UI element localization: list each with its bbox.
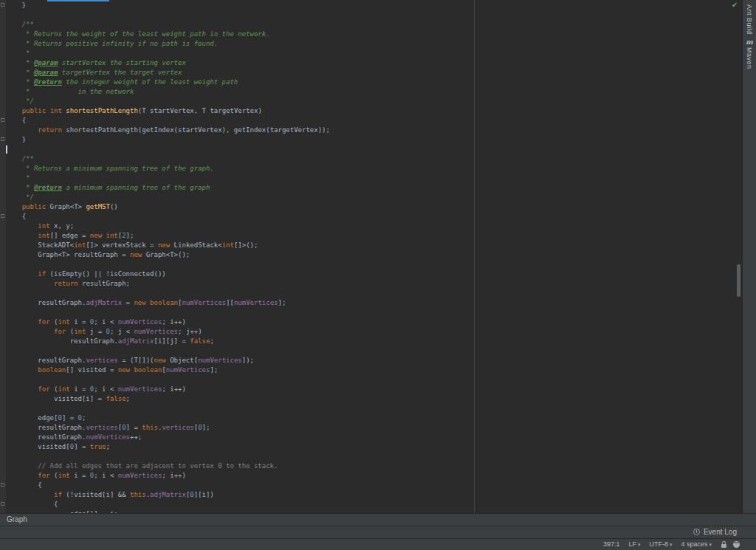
event-log-icon — [693, 529, 700, 535]
code-line[interactable] — [6, 260, 330, 269]
code-line[interactable]: * Returns the weight of the least weight… — [6, 30, 330, 39]
code-line[interactable]: boolean[] visited = new boolean[numVerti… — [6, 365, 330, 375]
code-line[interactable]: * @param targetVertex the target vertex — [6, 68, 330, 78]
code-line[interactable]: for (int i = 0; i < numVertices; i++) — [6, 385, 330, 394]
right-margin-guide — [474, 0, 475, 513]
code-line[interactable] — [6, 375, 330, 385]
code-line[interactable]: for (int i = 0; i < numVertices; i++) — [6, 317, 330, 327]
vertical-scrollbar-thumb[interactable] — [737, 264, 740, 297]
event-log-label: Event Log — [704, 528, 737, 536]
chevron-down-icon: ▾ — [709, 542, 712, 547]
code-line[interactable] — [6, 10, 330, 20]
code-line[interactable]: * Returns positive infinity if no path i… — [6, 39, 330, 49]
line-ending-label: LF — [628, 540, 636, 548]
code-line[interactable]: Graph<T> resultGraph = new Graph<T>(); — [6, 250, 330, 260]
tool-window-button-maven[interactable]: m Maven — [743, 38, 756, 69]
code-line[interactable]: StackADT<int[]> vertexStack = new Linked… — [6, 241, 330, 250]
code-line[interactable]: } — [6, 1, 330, 10]
code-line[interactable] — [6, 452, 330, 461]
code-line[interactable]: * Returns a minimum spanning tree of the… — [6, 164, 330, 173]
code-line[interactable]: resultGraph.adjMatrix[i][j] = false; — [6, 337, 330, 346]
code-line[interactable]: } — [6, 135, 330, 145]
fold-marker-icon[interactable] — [1, 118, 4, 122]
code-line[interactable]: /** — [6, 20, 330, 30]
code-line[interactable]: int[] edge = new int[2]; — [6, 231, 330, 241]
code-line[interactable]: return shortestPathLength(getIndex(start… — [6, 126, 330, 135]
inspection-status-icon[interactable]: ✔ — [732, 1, 738, 9]
lock-icon[interactable] — [721, 541, 727, 549]
code-line[interactable]: public Graph<T> getMST() — [6, 202, 330, 212]
code-line[interactable]: if (!visited[i] && this.adjMatrix[0][i]) — [6, 490, 330, 500]
fold-marker-icon[interactable] — [1, 483, 4, 487]
code-line[interactable]: if (isEmpty() || !isConnected()) — [6, 269, 330, 279]
code-line[interactable]: * @return the integer weight of the leas… — [6, 78, 330, 87]
code-editor[interactable]: } /** * Returns the weight of the least … — [0, 0, 742, 513]
status-bar: 397:1 LF▾ UTF-8▾ 4 spaces▾ — [0, 538, 756, 550]
code-line[interactable]: * in the network — [6, 87, 330, 97]
code-line[interactable]: edge[1] = i; — [6, 509, 330, 513]
code-line[interactable]: * @return a minimum spanning tree of the… — [6, 183, 330, 193]
chevron-down-icon: ▾ — [670, 542, 673, 547]
code-line[interactable]: edge[0] = 0; — [6, 413, 330, 423]
code-line[interactable]: resultGraph.numVertices++; — [6, 433, 330, 442]
caret-position-widget[interactable]: 397:1 — [603, 539, 620, 550]
encoding-label: UTF-8 — [649, 540, 668, 548]
chevron-down-icon: ▾ — [638, 542, 641, 547]
code-line[interactable]: visited[0] = true; — [6, 442, 330, 452]
code-line[interactable]: * — [6, 49, 330, 58]
code-line[interactable]: public int shortestPathLength(T startVer… — [6, 106, 330, 116]
code-line[interactable]: for (int j = 0; j < numVertices; j++) — [6, 327, 330, 337]
event-log-bar: Event Log — [0, 526, 756, 538]
code-line[interactable]: { — [6, 500, 330, 509]
event-log-button[interactable]: Event Log — [693, 528, 737, 536]
code-line[interactable] — [6, 346, 330, 356]
code-line[interactable] — [6, 145, 330, 154]
encoding-widget[interactable]: UTF-8▾ — [649, 539, 672, 550]
ant-build-label: Ant Build — [746, 4, 753, 35]
active-tab-underline — [47, 0, 109, 1]
tool-window-button-ant-build[interactable]: Ant Build — [743, 4, 756, 35]
tool-window-button-graph[interactable]: Graph — [7, 515, 27, 523]
code-line[interactable]: * @param startVertex the starting vertex — [6, 58, 330, 68]
right-tool-window-stripe: Ant Build m Maven — [742, 0, 756, 513]
code-line[interactable]: * — [6, 173, 330, 183]
text-caret — [6, 145, 7, 154]
code-line[interactable]: for (int i = 0; i < numVertices; i++) — [6, 471, 330, 481]
code-line[interactable]: { — [6, 116, 330, 126]
code-line[interactable]: int x, y; — [6, 221, 330, 231]
code-line[interactable]: resultGraph.vertices[0] = this.vertices[… — [6, 423, 330, 433]
code-line[interactable]: { — [6, 481, 330, 490]
fold-marker-icon[interactable] — [1, 502, 4, 506]
code-line[interactable] — [6, 289, 330, 298]
code-line[interactable]: resultGraph.vertices = (T[])(new Object[… — [6, 356, 330, 365]
code-line[interactable]: { — [6, 212, 330, 221]
code-line[interactable] — [6, 308, 330, 317]
maven-icon: m — [746, 38, 753, 46]
code-line[interactable]: // Add all edges that are adjacent to ve… — [6, 461, 330, 471]
line-ending-widget[interactable]: LF▾ — [628, 539, 640, 550]
fold-marker-icon[interactable] — [1, 137, 4, 141]
code-line[interactable]: */ — [6, 193, 330, 202]
code-line[interactable]: return resultGraph; — [6, 279, 330, 289]
fold-marker-icon[interactable] — [1, 214, 4, 218]
bottom-tool-window-bar: Graph — [0, 513, 756, 526]
code-text[interactable]: } /** * Returns the weight of the least … — [6, 1, 330, 513]
fold-marker-icon[interactable] — [1, 3, 4, 7]
editor-gutter[interactable] — [0, 0, 6, 513]
code-line[interactable]: */ — [6, 97, 330, 106]
hector-inspector-icon[interactable] — [733, 541, 740, 548]
indent-label: 4 spaces — [681, 540, 707, 548]
indent-widget[interactable]: 4 spaces▾ — [681, 539, 712, 550]
code-line[interactable]: resultGraph.adjMatrix = new boolean[numV… — [6, 298, 330, 308]
code-line[interactable]: visited[i] = false; — [6, 394, 330, 404]
code-line[interactable]: /** — [6, 154, 330, 164]
maven-label: Maven — [746, 47, 753, 69]
code-line[interactable] — [6, 404, 330, 413]
